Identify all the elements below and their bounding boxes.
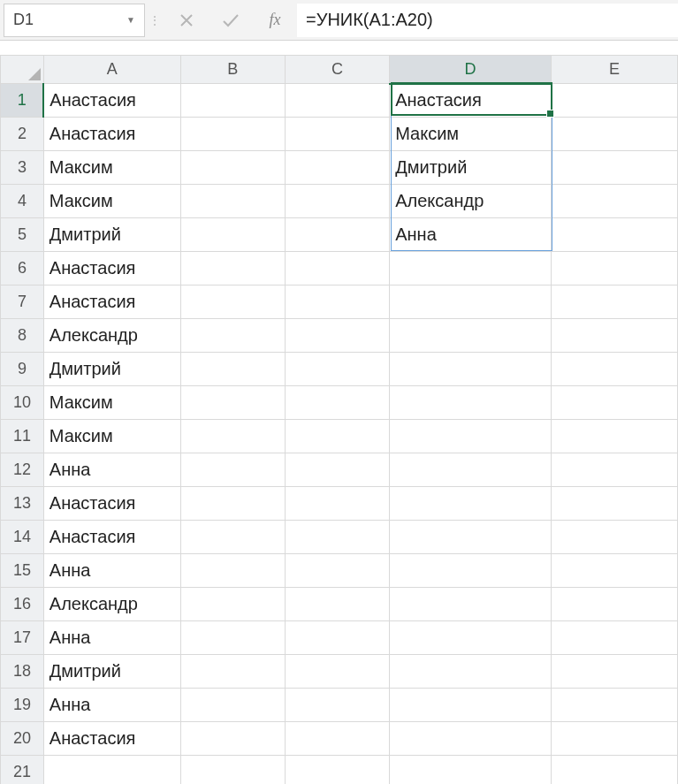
cell-E20[interactable] — [551, 722, 677, 756]
cell-E11[interactable] — [551, 420, 677, 453]
cell-B8[interactable] — [180, 319, 285, 353]
cell-E16[interactable] — [551, 588, 677, 621]
cell-A12[interactable]: Анна — [43, 453, 180, 487]
cell-A10[interactable]: Максим — [43, 386, 180, 420]
cell-A16[interactable]: Александр — [43, 588, 180, 621]
cell-C13[interactable] — [285, 487, 389, 521]
cell-D21[interactable] — [390, 756, 552, 785]
name-box[interactable]: D1 ▼ — [4, 4, 145, 37]
cell-D10[interactable] — [390, 386, 552, 420]
cell-E10[interactable] — [551, 386, 677, 420]
cell-B3[interactable] — [180, 151, 285, 185]
row-header-12[interactable]: 12 — [1, 453, 44, 487]
cell-C1[interactable] — [285, 84, 389, 118]
cell-A3[interactable]: Максим — [43, 151, 180, 185]
row-header-10[interactable]: 10 — [1, 386, 44, 420]
cell-D9[interactable] — [390, 353, 552, 386]
cell-B19[interactable] — [180, 689, 285, 722]
cell-A5[interactable]: Дмитрий — [43, 218, 180, 252]
cell-C2[interactable] — [285, 118, 389, 151]
row-header-7[interactable]: 7 — [1, 285, 44, 319]
cell-D5[interactable]: Анна — [390, 218, 552, 252]
cell-E3[interactable] — [551, 151, 677, 185]
cell-B12[interactable] — [180, 453, 285, 487]
cell-C16[interactable] — [285, 588, 389, 621]
cell-B2[interactable] — [180, 118, 285, 151]
cell-D14[interactable] — [390, 521, 552, 554]
cell-D15[interactable] — [390, 554, 552, 588]
cell-B7[interactable] — [180, 285, 285, 319]
cell-A17[interactable]: Анна — [43, 621, 180, 655]
cell-A14[interactable]: Анастасия — [43, 521, 180, 554]
cell-D16[interactable] — [390, 588, 552, 621]
cell-E8[interactable] — [551, 319, 677, 353]
cell-E18[interactable] — [551, 655, 677, 689]
cell-C21[interactable] — [285, 756, 389, 785]
column-header-A[interactable]: A — [43, 56, 180, 84]
cell-C11[interactable] — [285, 420, 389, 453]
row-header-11[interactable]: 11 — [1, 420, 44, 453]
cell-E2[interactable] — [551, 118, 677, 151]
cell-B18[interactable] — [180, 655, 285, 689]
cell-D4[interactable]: Александр — [390, 185, 552, 218]
cell-B11[interactable] — [180, 420, 285, 453]
row-header-21[interactable]: 21 — [1, 756, 44, 785]
cell-D7[interactable] — [390, 285, 552, 319]
cell-A9[interactable]: Дмитрий — [43, 353, 180, 386]
cell-B6[interactable] — [180, 252, 285, 285]
cell-B16[interactable] — [180, 588, 285, 621]
cell-E15[interactable] — [551, 554, 677, 588]
cell-A11[interactable]: Максим — [43, 420, 180, 453]
cell-D1[interactable]: Анастасия — [390, 84, 552, 118]
row-header-5[interactable]: 5 — [1, 218, 44, 252]
cell-A18[interactable]: Дмитрий — [43, 655, 180, 689]
cell-E19[interactable] — [551, 689, 677, 722]
cell-C4[interactable] — [285, 185, 389, 218]
cell-B9[interactable] — [180, 353, 285, 386]
cell-B20[interactable] — [180, 722, 285, 756]
cell-D2[interactable]: Максим — [390, 118, 552, 151]
cell-C6[interactable] — [285, 252, 389, 285]
cell-E12[interactable] — [551, 453, 677, 487]
row-header-9[interactable]: 9 — [1, 353, 44, 386]
cell-C20[interactable] — [285, 722, 389, 756]
cell-B10[interactable] — [180, 386, 285, 420]
row-header-3[interactable]: 3 — [1, 151, 44, 185]
insert-function-button[interactable]: fx — [253, 4, 297, 37]
cell-E9[interactable] — [551, 353, 677, 386]
cell-C18[interactable] — [285, 655, 389, 689]
spreadsheet-grid[interactable]: ABCDE1АнастасияАнастасия2АнастасияМаксим… — [0, 55, 678, 784]
cell-E5[interactable] — [551, 218, 677, 252]
cell-A13[interactable]: Анастасия — [43, 487, 180, 521]
cell-C19[interactable] — [285, 689, 389, 722]
cell-A2[interactable]: Анастасия — [43, 118, 180, 151]
row-header-4[interactable]: 4 — [1, 185, 44, 218]
cell-D6[interactable] — [390, 252, 552, 285]
cell-A19[interactable]: Анна — [43, 689, 180, 722]
cell-B13[interactable] — [180, 487, 285, 521]
select-all-corner[interactable] — [1, 56, 44, 84]
column-header-E[interactable]: E — [551, 56, 677, 84]
cell-B1[interactable] — [180, 84, 285, 118]
cell-C17[interactable] — [285, 621, 389, 655]
cell-A4[interactable]: Максим — [43, 185, 180, 218]
row-header-1[interactable]: 1 — [1, 84, 44, 118]
row-header-14[interactable]: 14 — [1, 521, 44, 554]
cell-D13[interactable] — [390, 487, 552, 521]
cell-D20[interactable] — [390, 722, 552, 756]
row-header-6[interactable]: 6 — [1, 252, 44, 285]
cell-B5[interactable] — [180, 218, 285, 252]
cell-E17[interactable] — [551, 621, 677, 655]
row-header-13[interactable]: 13 — [1, 487, 44, 521]
formula-input[interactable]: =УНИК(A1:A20) — [297, 4, 678, 37]
cell-A8[interactable]: Александр — [43, 319, 180, 353]
row-header-20[interactable]: 20 — [1, 722, 44, 756]
cell-A1[interactable]: Анастасия — [43, 84, 180, 118]
cancel-icon[interactable] — [164, 4, 209, 37]
cell-C9[interactable] — [285, 353, 389, 386]
cell-D8[interactable] — [390, 319, 552, 353]
row-header-8[interactable]: 8 — [1, 319, 44, 353]
cell-A20[interactable]: Анастасия — [43, 722, 180, 756]
row-header-19[interactable]: 19 — [1, 689, 44, 722]
cell-D3[interactable]: Дмитрий — [390, 151, 552, 185]
